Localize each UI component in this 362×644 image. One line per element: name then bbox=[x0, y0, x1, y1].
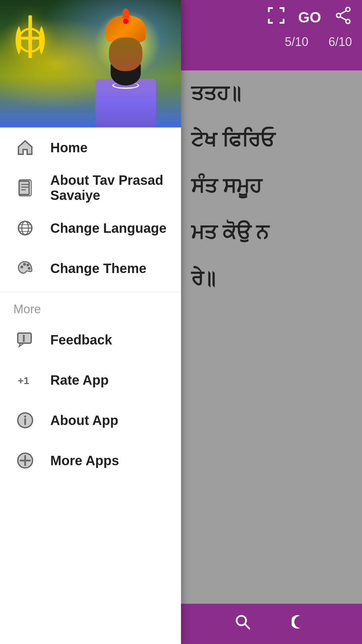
svg-line-3 bbox=[340, 11, 346, 14]
right-bottom-bar bbox=[181, 604, 362, 644]
home-icon-wrap bbox=[13, 136, 37, 159]
page-num-5[interactable]: 5/10 bbox=[285, 35, 308, 49]
globe-icon-wrap bbox=[13, 216, 37, 240]
menu-item-change-language[interactable]: Change Language bbox=[0, 208, 181, 248]
svg-point-1 bbox=[346, 19, 350, 23]
svg-point-2 bbox=[337, 13, 341, 17]
right-panel: GO 5/10 6/10 ਤਤਹ॥ ਟੇਖ ਫਿਰਿਓ ਸੰਤ ਸਮੂਹ ਮਤ … bbox=[181, 0, 362, 644]
guru-figure bbox=[84, 10, 168, 127]
info-icon bbox=[16, 412, 34, 429]
more-apps-icon-wrap bbox=[13, 449, 37, 472]
change-language-label: Change Language bbox=[50, 221, 167, 236]
about-app-label: About App bbox=[50, 413, 118, 428]
drawer-menu: Home About Tav Prasad Savaiye bbox=[0, 127, 181, 644]
svg-text:+1: +1 bbox=[18, 375, 29, 386]
about-tav-label: About Tav Prasad Savaiye bbox=[50, 173, 168, 203]
menu-item-about-tav[interactable]: About Tav Prasad Savaiye bbox=[0, 168, 181, 208]
menu-item-rate-app[interactable]: +1 Rate App bbox=[0, 360, 181, 400]
svg-point-22 bbox=[28, 267, 31, 270]
svg-point-25 bbox=[23, 335, 25, 337]
svg-point-29 bbox=[24, 416, 26, 418]
menu-item-more-apps[interactable]: More Apps bbox=[0, 440, 181, 481]
rate-icon-wrap: +1 bbox=[13, 368, 37, 392]
svg-point-21 bbox=[26, 264, 29, 266]
more-apps-icon bbox=[16, 452, 34, 469]
info-icon-wrap bbox=[13, 409, 37, 432]
home-icon bbox=[16, 139, 34, 156]
punjabi-text-3: ਸੰਤ ਸਮੂਹ bbox=[191, 173, 352, 199]
more-section-header: More bbox=[0, 296, 181, 320]
menu-item-change-theme[interactable]: Change Theme bbox=[0, 248, 181, 288]
right-text-area: ਤਤਹ॥ ਟੇਖ ਫਿਰਿਓ ਸੰਤ ਸਮੂਹ ਮਤ ਕੋਉ ਨ ਰੇ॥ bbox=[181, 70, 362, 604]
feedback-icon-wrap bbox=[13, 328, 37, 352]
menu-item-home[interactable]: Home bbox=[0, 127, 181, 168]
share-icon[interactable] bbox=[335, 7, 352, 28]
punjabi-text-2: ਟੇਖ ਫਿਰਿਓ bbox=[191, 127, 352, 153]
menu-item-about-app[interactable]: About App bbox=[0, 400, 181, 440]
svg-rect-10 bbox=[19, 181, 29, 195]
change-theme-label: Change Theme bbox=[50, 261, 146, 276]
rate-app-label: Rate App bbox=[50, 373, 109, 388]
page-num-6[interactable]: 6/10 bbox=[328, 35, 352, 49]
svg-line-4 bbox=[340, 17, 346, 20]
guru-body bbox=[96, 79, 156, 127]
punjabi-text-5: ਰੇ॥ bbox=[191, 266, 352, 292]
svg-point-0 bbox=[346, 7, 350, 11]
svg-line-6 bbox=[245, 624, 249, 629]
menu-item-feedback[interactable]: Feedback bbox=[0, 320, 181, 360]
punjabi-text-4: ਮਤ ਕੋਉ ਨ bbox=[191, 219, 352, 246]
punjabi-text-1: ਤਤਹ॥ bbox=[191, 80, 352, 107]
palette-icon bbox=[16, 260, 34, 277]
right-page-numbers: 5/10 6/10 bbox=[285, 35, 352, 49]
drawer: Home About Tav Prasad Savaiye bbox=[0, 0, 181, 644]
globe-icon bbox=[16, 219, 34, 237]
menu-divider bbox=[0, 292, 181, 292]
right-top-bar: GO 5/10 6/10 bbox=[181, 0, 362, 70]
right-top-icons: GO bbox=[267, 7, 352, 28]
book-icon-wrap bbox=[13, 176, 37, 200]
search-icon[interactable] bbox=[234, 613, 251, 635]
more-apps-label: More Apps bbox=[50, 453, 119, 468]
khanda-symbol bbox=[7, 10, 54, 70]
feedback-icon bbox=[16, 331, 34, 348]
book-icon bbox=[16, 179, 34, 197]
go-button[interactable]: GO bbox=[298, 9, 321, 26]
night-mode-icon[interactable] bbox=[292, 613, 309, 635]
feedback-label: Feedback bbox=[50, 332, 112, 347]
svg-point-19 bbox=[20, 266, 23, 268]
svg-point-20 bbox=[23, 263, 26, 266]
home-label: Home bbox=[50, 140, 87, 155]
drawer-header bbox=[0, 0, 181, 127]
guru-face bbox=[109, 38, 142, 71]
palette-icon-wrap bbox=[13, 257, 37, 280]
fullscreen-icon[interactable] bbox=[267, 7, 285, 28]
rate-icon: +1 bbox=[16, 371, 34, 389]
